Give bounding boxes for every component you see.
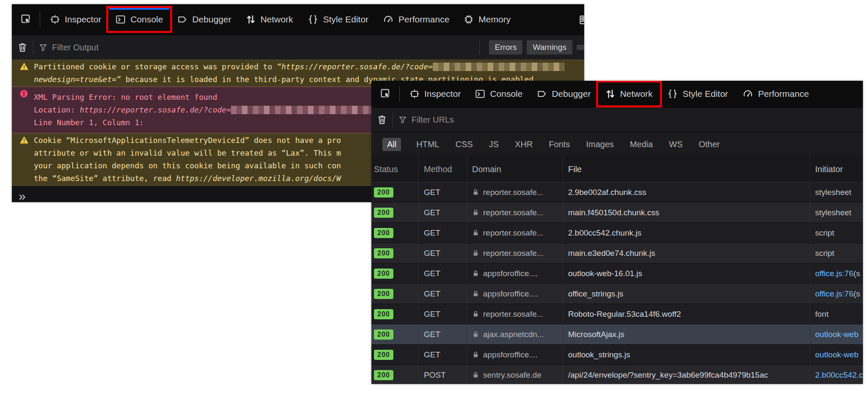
status-badge: 200 (374, 208, 393, 218)
warning-icon (19, 62, 29, 71)
column-header-domain[interactable]: Domain (467, 156, 563, 182)
devtools-network-window: InspectorConsoleDebuggerNetworkStyle Edi… (371, 81, 863, 384)
request-row[interactable]: 200GETreporter.sosafe...2.9be002af.chunk… (371, 182, 863, 203)
status-cell: 200 (371, 365, 419, 384)
tab-performance[interactable]: Performance (376, 8, 456, 31)
type-filter-images[interactable]: Images (585, 138, 615, 151)
domain-cell: reporter.sosafe... (467, 182, 563, 202)
status-badge: 200 (374, 370, 393, 380)
lock-icon (472, 371, 479, 379)
request-row[interactable]: 200GETappsforoffice....outlook-web-16.01… (371, 263, 863, 284)
status-cell: 200 (371, 223, 419, 243)
tab-network[interactable]: Network (598, 82, 660, 105)
type-filter-html[interactable]: HTML (415, 138, 440, 151)
tab-label: Inspector (65, 14, 101, 25)
tab-memory[interactable]: Memory (456, 8, 518, 31)
tab-style-editor[interactable]: Style Editor (660, 82, 735, 105)
tab-debugger[interactable]: Debugger (170, 8, 238, 31)
initiator-cell: font (810, 304, 863, 324)
errors-filter-button[interactable]: Errors (489, 40, 523, 55)
warnings-filter-button[interactable]: Warnings (527, 40, 572, 55)
initiator-cell: stylesheet (810, 203, 863, 222)
type-filter-xhr[interactable]: XHR (514, 138, 533, 151)
initiator-link[interactable]: office.js:76 (815, 269, 853, 278)
debugger-icon (177, 14, 187, 25)
lock-icon (472, 250, 479, 257)
storage-tab-icon-partial[interactable] (579, 14, 584, 25)
column-header-initiator[interactable]: Initiator (810, 156, 863, 182)
lock-icon (472, 270, 479, 277)
type-filter-fonts[interactable]: Fonts (548, 138, 571, 151)
status-cell: 200 (371, 304, 419, 324)
status-badge: 200 (374, 187, 393, 198)
lock-icon (472, 209, 479, 216)
column-header-status[interactable]: Status (371, 156, 419, 182)
initiator-link[interactable]: 2.b00cc542.c (815, 370, 863, 380)
file-cell: outlook_strings.js (563, 345, 810, 365)
initiator-cell: stylesheet (810, 182, 863, 202)
method-cell: GET (419, 263, 467, 283)
toolbar-separator (33, 40, 33, 55)
file-cell: 2.9be002af.chunk.css (563, 182, 810, 202)
network-window-tabbar: InspectorConsoleDebuggerNetworkStyle Edi… (371, 81, 863, 107)
tab-label: Performance (758, 89, 809, 99)
file-cell: main.e3ed0e74.chunk.js (563, 243, 810, 263)
type-filter-ws[interactable]: WS (668, 138, 684, 151)
tab-debugger[interactable]: Debugger (530, 82, 598, 105)
type-filter-js[interactable]: JS (488, 138, 500, 151)
tab-console[interactable]: Console (108, 8, 170, 31)
request-row[interactable]: 200GETajax.aspnetcdn...MicrosoftAjax.jso… (371, 324, 863, 345)
pick-element-button[interactable] (375, 82, 397, 106)
status-badge: 200 (374, 309, 393, 319)
performance-icon (742, 88, 753, 99)
initiator-cell: office.js:76 (s (810, 284, 863, 304)
clear-console-trash-icon[interactable] (17, 42, 28, 53)
request-row[interactable]: 200GETreporter.sosafe...main.e3ed0e74.ch… (371, 243, 863, 263)
tab-style-editor[interactable]: Style Editor (300, 8, 376, 31)
tab-label: Memory (478, 14, 511, 25)
tab-inspector[interactable]: Inspector (402, 82, 468, 105)
lock-icon (472, 351, 479, 358)
type-filter-other[interactable]: Other (698, 138, 721, 151)
filter-output-input[interactable]: Filter Output (52, 43, 99, 52)
type-filter-media[interactable]: Media (629, 138, 654, 151)
tab-inspector[interactable]: Inspector (43, 8, 108, 31)
request-row[interactable]: 200GETappsforoffice....outlook_strings.j… (371, 345, 863, 365)
request-row[interactable]: 200GETreporter.sosafe...Roboto-Regular.5… (371, 304, 863, 324)
initiator-cell: 2.b00cc542.c (810, 365, 863, 384)
pick-element-button[interactable] (15, 8, 37, 31)
tab-console[interactable]: Console (468, 82, 530, 105)
request-row[interactable]: 200GETreporter.sosafe...main.f450150d.ch… (371, 203, 863, 223)
tab-label: Network (620, 89, 653, 99)
network-request-table: StatusMethodDomainFileInitiator 200GETre… (371, 156, 863, 384)
lock-icon (472, 290, 479, 297)
file-cell: main.f450150d.chunk.css (563, 203, 810, 222)
logs-filter-button-partial[interactable] (577, 45, 584, 50)
filter-urls-input[interactable]: Filter URLs (412, 115, 454, 125)
initiator-link[interactable]: outlook-web (815, 350, 858, 359)
initiator-link[interactable]: outlook-web (815, 330, 858, 339)
tab-network[interactable]: Network (239, 8, 300, 31)
status-cell: 200 (371, 243, 419, 263)
request-row[interactable]: 200POSTsentry.sosafe.de/api/24/envelope/… (371, 365, 863, 384)
error-icon (19, 89, 28, 98)
status-badge: 200 (374, 350, 393, 360)
initiator-text: font (815, 310, 829, 319)
initiator-link[interactable]: office.js:76 (815, 289, 853, 299)
method-cell: GET (419, 345, 467, 365)
column-header-file[interactable]: File (563, 156, 810, 182)
tab-label: Performance (398, 14, 449, 25)
clear-requests-trash-icon[interactable] (376, 114, 387, 125)
file-cell: 2.b00cc542.chunk.js (563, 223, 810, 243)
column-header-method[interactable]: Method (419, 156, 467, 182)
type-filter-all[interactable]: All (382, 138, 401, 151)
request-row[interactable]: 200GETreporter.sosafe...2.b00cc542.chunk… (371, 223, 863, 243)
request-row[interactable]: 200GETappsforoffice....office_strings.js… (371, 284, 863, 304)
inspector-icon (409, 89, 420, 99)
filter-funnel-icon (398, 115, 407, 124)
performance-icon (383, 14, 394, 25)
tab-performance[interactable]: Performance (735, 82, 816, 105)
initiator-text: stylesheet (815, 188, 852, 197)
type-filter-css[interactable]: CSS (455, 138, 474, 151)
console-prompt-chevrons-icon: » (19, 189, 26, 203)
